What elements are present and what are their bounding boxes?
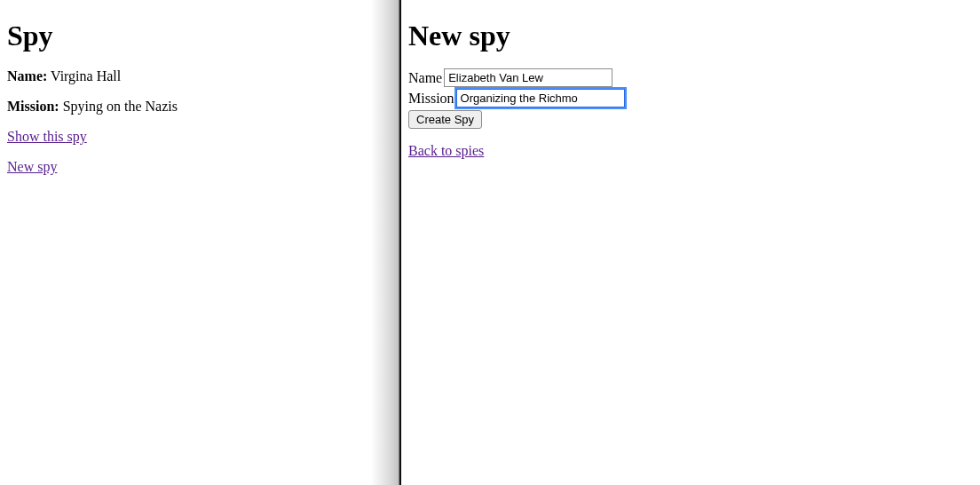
- page-title-right: New spy: [408, 20, 973, 52]
- mission-field-row: Mission: [408, 89, 973, 107]
- show-spy-link[interactable]: Show this spy: [7, 129, 87, 144]
- create-spy-button[interactable]: Create Spy: [408, 110, 482, 129]
- name-label: Name:: [7, 68, 47, 83]
- name-row: Name: Virgina Hall: [7, 68, 364, 84]
- name-field-row: Name: [408, 68, 973, 87]
- name-value: Virgina Hall: [51, 68, 121, 83]
- mission-input[interactable]: [456, 89, 625, 107]
- show-link-row: Show this spy: [7, 129, 364, 145]
- mission-label: Mission:: [7, 99, 59, 114]
- page-title-left: Spy: [7, 20, 364, 52]
- back-to-spies-link[interactable]: Back to spies: [408, 143, 484, 158]
- right-pane: New spy Name Mission Create Spy Back to …: [401, 0, 980, 485]
- name-input-label: Name: [408, 70, 442, 86]
- submit-row: Create Spy: [408, 109, 973, 129]
- back-link-row: Back to spies: [408, 143, 973, 159]
- mission-input-label: Mission: [408, 91, 454, 107]
- pane-divider: [371, 0, 401, 485]
- new-link-row: New spy: [7, 159, 364, 175]
- new-spy-link[interactable]: New spy: [7, 159, 57, 174]
- mission-value: Spying on the Nazis: [63, 99, 178, 114]
- name-input[interactable]: [444, 68, 612, 87]
- left-pane: Spy Name: Virgina Hall Mission: Spying o…: [0, 0, 371, 485]
- mission-row: Mission: Spying on the Nazis: [7, 99, 364, 115]
